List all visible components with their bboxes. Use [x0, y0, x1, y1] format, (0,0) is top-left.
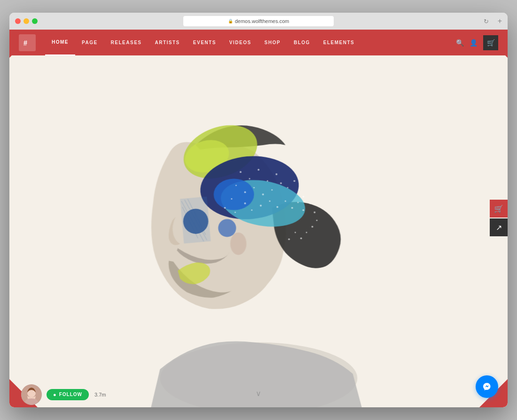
- lock-icon: 🔒: [228, 19, 233, 23]
- svg-point-3: [230, 233, 246, 255]
- svg-point-13: [258, 169, 259, 171]
- nav-items: HOME PAGE RELEASES ARTISTS EVENTS VIDEOS…: [45, 30, 456, 55]
- svg-point-21: [280, 182, 282, 184]
- messenger-button[interactable]: [476, 375, 498, 398]
- scroll-down-icon: ∨: [256, 389, 261, 397]
- minimize-button[interactable]: [24, 18, 29, 24]
- svg-point-26: [231, 198, 232, 200]
- nav-item-events[interactable]: EVENTS: [187, 30, 223, 55]
- navbar: # HOME PAGE RELEASES ARTISTS EVENTS VIDE…: [9, 30, 508, 55]
- svg-point-36: [298, 202, 299, 203]
- svg-point-22: [287, 187, 289, 188]
- svg-text:#: #: [24, 39, 27, 47]
- logo-icon: #: [23, 38, 32, 47]
- svg-point-25: [303, 196, 305, 198]
- nav-item-shop[interactable]: SHOP: [258, 30, 287, 55]
- follower-count: 3.7m: [94, 392, 106, 397]
- search-icon[interactable]: 🔍: [456, 39, 464, 47]
- svg-point-18: [253, 187, 255, 188]
- svg-point-44: [295, 232, 296, 233]
- nav-logo[interactable]: #: [19, 34, 36, 51]
- svg-point-39: [313, 211, 315, 213]
- reload-icon[interactable]: ↻: [484, 18, 489, 25]
- url-text: demos.wolfthemes.com: [235, 18, 290, 24]
- svg-point-30: [251, 210, 252, 211]
- svg-point-19: [262, 194, 264, 195]
- side-buttons: 🛒 ↗: [490, 200, 508, 237]
- svg-point-8: [214, 179, 254, 210]
- avatar-image: [21, 384, 42, 405]
- content-area: # HOME PAGE RELEASES ARTISTS EVENTS VIDE…: [9, 30, 508, 407]
- title-bar: 🔒 demos.wolfthemes.com ↻ +: [9, 13, 508, 30]
- scroll-indicator[interactable]: ∨: [256, 389, 261, 398]
- svg-point-12: [249, 178, 250, 179]
- svg-point-23: [293, 180, 295, 182]
- svg-point-20: [271, 189, 273, 191]
- svg-point-14: [267, 180, 268, 182]
- svg-point-40: [316, 220, 318, 221]
- hero-artwork: [9, 55, 508, 407]
- svg-point-27: [224, 207, 226, 209]
- nav-item-releases[interactable]: RELEASES: [104, 30, 149, 55]
- svg-point-31: [260, 205, 262, 207]
- svg-rect-46: [180, 196, 211, 243]
- nav-item-page[interactable]: PAGE: [75, 30, 104, 55]
- traffic-lights: [15, 18, 38, 24]
- svg-point-43: [300, 237, 302, 239]
- svg-point-41: [312, 226, 313, 228]
- nav-item-home[interactable]: HOME: [45, 30, 75, 55]
- share-side-button[interactable]: ↗: [490, 218, 508, 236]
- svg-point-38: [309, 202, 311, 204]
- follow-button[interactable]: ● FOLLOW: [47, 389, 89, 400]
- address-bar[interactable]: 🔒 demos.wolfthemes.com: [183, 16, 334, 26]
- svg-point-16: [235, 185, 237, 186]
- cart-icon[interactable]: 🛒: [483, 35, 498, 50]
- svg-point-32: [269, 201, 270, 202]
- nav-item-videos[interactable]: VIDEOS: [223, 30, 258, 55]
- svg-point-34: [285, 201, 286, 202]
- svg-point-24: [298, 189, 299, 191]
- new-tab-button[interactable]: +: [498, 17, 502, 25]
- svg-point-17: [244, 191, 246, 193]
- artist-avatar: [21, 384, 42, 405]
- browser-window: 🔒 demos.wolfthemes.com ↻ + # HOME PAGE R…: [9, 13, 508, 407]
- follow-label: FOLLOW: [59, 392, 82, 397]
- cart-side-button[interactable]: 🛒: [490, 200, 508, 218]
- svg-point-10: [218, 219, 236, 237]
- svg-point-11: [240, 171, 242, 173]
- user-icon[interactable]: 👤: [470, 39, 478, 47]
- maximize-button[interactable]: [32, 18, 38, 24]
- svg-point-35: [291, 207, 293, 209]
- nav-right: 🔍 👤 🛒: [456, 35, 498, 50]
- hero-section: [9, 55, 508, 407]
- svg-point-33: [276, 206, 278, 208]
- svg-point-37: [303, 209, 305, 211]
- svg-point-45: [288, 238, 290, 240]
- spotify-icon: ●: [53, 392, 57, 397]
- svg-point-29: [244, 202, 246, 204]
- svg-point-15: [275, 173, 277, 175]
- svg-point-42: [306, 232, 307, 233]
- nav-item-artists[interactable]: ARTISTS: [149, 30, 187, 55]
- messenger-icon: [481, 381, 493, 393]
- nav-item-blog[interactable]: BLOG: [287, 30, 317, 55]
- close-button[interactable]: [15, 18, 21, 24]
- svg-point-28: [235, 212, 236, 213]
- nav-item-elements[interactable]: ELEMENTS: [317, 30, 361, 55]
